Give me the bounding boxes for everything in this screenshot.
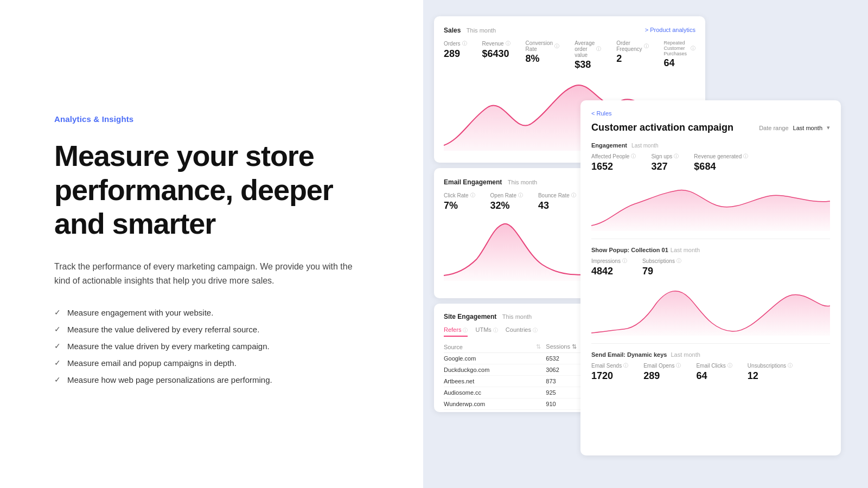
checklist-item: ✓Measure email and popup campaigns in de… — [54, 358, 380, 368]
col-sort: ⇅ — [536, 341, 546, 353]
headline: Measure your store performance, deeper a… — [54, 139, 380, 240]
right-panel: Sales This month > Product analytics Ord… — [423, 0, 868, 488]
email-section-metrics: Email Sends ⓘ 1720 Email Opens ⓘ 289 Ema… — [591, 362, 830, 382]
col-source: Source — [444, 341, 536, 353]
checklist: ✓Measure engagement with your website.✓M… — [54, 308, 380, 384]
email-period: This month — [508, 179, 537, 185]
check-icon: ✓ — [54, 325, 61, 333]
date-range-value: Last month — [793, 125, 822, 131]
popup-label: Show Popup: Collection 01Last month — [591, 247, 830, 253]
campaign-title: Customer activation campaign — [591, 122, 733, 133]
popup-chart — [591, 281, 830, 336]
tab-countries[interactable]: Countries ⓘ — [506, 326, 538, 337]
sales-title: Sales — [444, 27, 461, 34]
rules-back[interactable]: < Rules — [591, 110, 830, 117]
check-icon: ✓ — [54, 342, 61, 350]
product-analytics-link[interactable]: > Product analytics — [645, 27, 695, 33]
site-title: Site Engagement — [444, 313, 496, 320]
check-icon: ✓ — [54, 375, 61, 384]
sales-period: This month — [467, 27, 496, 34]
engagement-metrics: Affected People ⓘ 1652 Sign ups ⓘ 327 Re… — [591, 153, 830, 172]
tab-refers[interactable]: Refers ⓘ — [444, 326, 468, 337]
email-title: Email Engagement — [444, 178, 502, 186]
checklist-item: ✓Measure the value driven by every marke… — [54, 342, 380, 351]
check-icon: ✓ — [54, 308, 61, 317]
subtext: Track the performance of every marketing… — [54, 260, 358, 288]
checklist-item: ✓Measure the value delivered by every re… — [54, 325, 380, 334]
checklist-item: ✓Measure how web page personalizations a… — [54, 375, 380, 384]
sales-metrics: Orders ⓘ 289 Revenue ⓘ $6430 Conversion … — [444, 40, 695, 70]
analytics-label: Analytics & Insights — [54, 114, 380, 124]
email-section-label: Send Email: Dynamic keys Last month — [591, 351, 830, 358]
popup-metrics: Impressions ⓘ 4842 Subscriptions ⓘ 79 — [591, 258, 830, 277]
date-range-label: Date range — [759, 125, 788, 131]
campaign-card: < Rules Customer activation campaign Dat… — [580, 100, 841, 455]
tab-utms[interactable]: UTMs ⓘ — [475, 326, 497, 337]
engagement-label: Engagement Last month — [591, 142, 830, 149]
engagement-chart — [591, 177, 830, 231]
check-icon: ✓ — [54, 358, 61, 367]
checklist-item: ✓Measure engagement with your website. — [54, 308, 380, 317]
chevron-down-icon[interactable]: ▾ — [827, 124, 830, 131]
site-period: This month — [502, 313, 532, 320]
left-panel: Analytics & Insights Measure your store … — [0, 0, 423, 488]
